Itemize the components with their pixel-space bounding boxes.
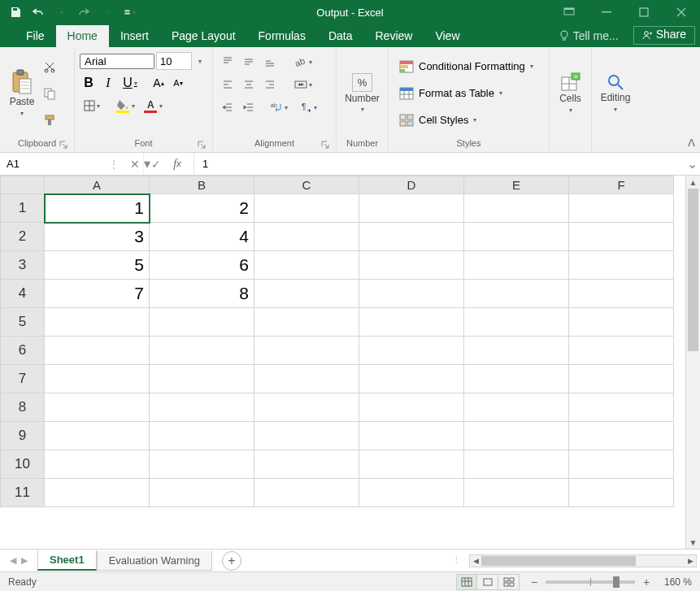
scroll-right-button[interactable]: ▶ — [685, 555, 696, 567]
tell-me[interactable]: Tell me... — [550, 29, 627, 47]
increase-indent-button[interactable] — [239, 98, 259, 117]
tab-data[interactable]: Data — [317, 25, 364, 47]
cell[interactable] — [254, 393, 359, 422]
align-bottom-button[interactable] — [260, 52, 280, 72]
undo-dropdown[interactable] — [52, 3, 70, 21]
cell[interactable]: 1 — [45, 194, 150, 223]
cell[interactable]: 8 — [150, 280, 254, 308]
zoom-out-button[interactable]: − — [528, 576, 541, 589]
cell[interactable] — [45, 422, 150, 450]
number-format-button[interactable]: % Number ▾ — [341, 50, 383, 136]
cell[interactable] — [254, 337, 359, 365]
row-header[interactable]: 10 — [1, 450, 45, 479]
cell[interactable] — [45, 479, 150, 507]
cell[interactable] — [254, 450, 359, 479]
page-layout-view-button[interactable] — [477, 574, 498, 590]
cell[interactable] — [45, 450, 150, 479]
sheet-tab-other[interactable]: Evaluation Warning — [97, 551, 212, 571]
col-header[interactable]: C — [254, 176, 359, 194]
underline-button[interactable]: U — [119, 73, 141, 93]
cell[interactable] — [150, 308, 254, 337]
cell[interactable] — [464, 251, 569, 280]
tab-review[interactable]: Review — [364, 25, 424, 47]
cell[interactable] — [569, 194, 674, 223]
clipboard-launcher[interactable] — [58, 139, 69, 150]
tab-file[interactable]: File — [15, 25, 56, 47]
cell[interactable] — [359, 223, 464, 251]
col-header[interactable]: A — [45, 176, 150, 194]
alignment-launcher[interactable] — [320, 139, 331, 150]
cells-button[interactable]: + Cells▾ — [554, 50, 586, 136]
align-middle-button[interactable] — [239, 52, 259, 72]
cell[interactable] — [464, 365, 569, 393]
cell[interactable] — [150, 450, 254, 479]
tab-page-layout[interactable]: Page Layout — [160, 25, 247, 47]
new-sheet-button[interactable]: + — [222, 551, 241, 571]
row-header[interactable]: 3 — [1, 251, 45, 280]
cell[interactable] — [150, 337, 254, 365]
cell[interactable] — [45, 308, 150, 337]
cell[interactable] — [254, 308, 359, 337]
cell-styles-button[interactable]: Cell Styles▾ — [395, 110, 542, 131]
cell[interactable] — [254, 280, 359, 308]
format-painter-button[interactable] — [39, 111, 60, 130]
cell[interactable]: 6 — [150, 251, 254, 280]
cell[interactable] — [464, 308, 569, 337]
cell[interactable] — [254, 194, 359, 223]
cell[interactable] — [569, 280, 674, 308]
cell[interactable] — [150, 365, 254, 393]
editing-button[interactable]: Editing▾ — [597, 50, 634, 136]
sheet-nav-prev[interactable]: ◀ — [10, 555, 16, 566]
cut-button[interactable] — [39, 57, 60, 76]
grow-font-button[interactable]: A▴ — [150, 73, 167, 93]
row-header[interactable]: 4 — [1, 280, 45, 308]
row-header[interactable]: 11 — [1, 479, 45, 507]
tab-view[interactable]: View — [424, 25, 471, 47]
cell[interactable] — [464, 223, 569, 251]
cell[interactable] — [254, 479, 359, 507]
copy-button[interactable] — [39, 84, 60, 103]
cell[interactable] — [359, 308, 464, 337]
formula-input[interactable]: 1 — [194, 153, 684, 175]
italic-button[interactable]: I — [99, 73, 117, 93]
cell[interactable] — [45, 337, 150, 365]
row-header[interactable]: 9 — [1, 422, 45, 450]
cell[interactable] — [464, 280, 569, 308]
cancel-formula-button[interactable]: ✕ — [127, 158, 143, 171]
cell[interactable] — [359, 479, 464, 507]
page-break-view-button[interactable] — [498, 574, 520, 590]
cell[interactable] — [45, 393, 150, 422]
align-center-button[interactable] — [239, 75, 259, 94]
zoom-slider[interactable] — [546, 580, 635, 584]
cell[interactable] — [359, 194, 464, 223]
cell[interactable]: 3 — [45, 223, 150, 251]
cell[interactable] — [359, 337, 464, 365]
hscroll-thumb[interactable] — [481, 556, 636, 566]
wrap-text-button[interactable]: ab — [265, 98, 293, 117]
undo-button[interactable] — [29, 3, 47, 21]
row-header[interactable]: 6 — [1, 337, 45, 365]
cell[interactable] — [359, 251, 464, 280]
tab-splitter[interactable]: ⋮ — [447, 555, 466, 566]
scroll-left-button[interactable]: ◀ — [470, 555, 481, 567]
col-header[interactable]: D — [359, 176, 464, 194]
font-name-box[interactable] — [80, 54, 154, 69]
cell[interactable] — [45, 365, 150, 393]
shrink-font-button[interactable]: A▾ — [169, 73, 187, 93]
cell[interactable] — [569, 450, 674, 479]
format-as-table-button[interactable]: Format as Table▾ — [395, 83, 542, 104]
font-color-button[interactable]: A — [140, 96, 166, 115]
decrease-indent-button[interactable] — [218, 98, 237, 117]
zoom-in-button[interactable]: + — [640, 576, 653, 589]
borders-button[interactable] — [80, 96, 104, 115]
cell[interactable] — [254, 422, 359, 450]
scroll-down-button[interactable]: ▼ — [686, 536, 700, 549]
cell[interactable] — [464, 393, 569, 422]
cell[interactable] — [464, 479, 569, 507]
cell[interactable] — [359, 280, 464, 308]
enter-formula-button[interactable]: ✓ — [148, 158, 164, 171]
redo-button[interactable] — [75, 3, 93, 21]
cell[interactable] — [569, 337, 674, 365]
expand-formula-bar-button[interactable]: ⌄ — [684, 153, 700, 175]
orientation-button[interactable]: ab — [289, 52, 317, 72]
